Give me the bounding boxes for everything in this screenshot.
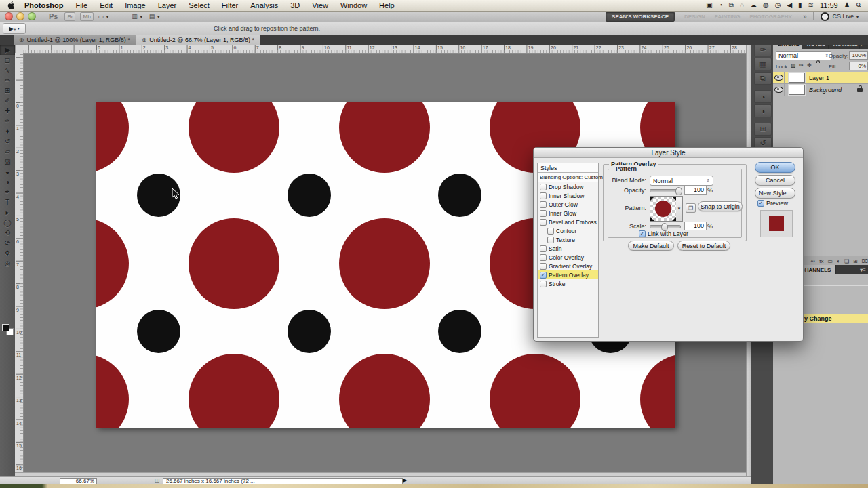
3d-orbit-tool[interactable]: ⟳ [0, 238, 15, 248]
blending-options-row[interactable]: Blending Options: Custom [538, 173, 598, 182]
cancel-button[interactable]: Cancel [755, 175, 795, 186]
lock-paint-icon[interactable]: ✑ [799, 62, 804, 68]
displays-icon[interactable]: ⧉ [729, 2, 734, 9]
style-item-contour[interactable]: Contour [538, 226, 598, 235]
lock-transparency-icon[interactable]: ▨ [791, 62, 796, 68]
screen-mode-icon[interactable]: ▤ [149, 13, 155, 20]
style-item-bevel-and-emboss[interactable]: Bevel and Emboss [538, 218, 598, 226]
adjustments-icon[interactable]: ◑ [754, 104, 772, 117]
move-tool[interactable]: ▶ [0, 45, 15, 55]
clock-icon[interactable]: ◷ [775, 2, 781, 9]
menu-view[interactable]: View [306, 1, 334, 9]
reset-to-default-button[interactable]: Reset to Default [677, 241, 730, 251]
pen-tool[interactable]: ✒ [0, 187, 15, 197]
workspace-button-photography[interactable]: PHOTOGRAPHY [749, 14, 792, 20]
globe-icon[interactable]: ◍ [763, 2, 769, 9]
volume-icon[interactable]: ◀ [787, 2, 792, 9]
link-with-layer-checkbox[interactable]: ✓ Link with Layer [639, 230, 688, 237]
style-item-inner-glow[interactable]: Inner Glow [538, 209, 598, 218]
checkbox-icon[interactable]: ✓ [540, 272, 547, 279]
quick-selection-tool[interactable]: ✏ [0, 75, 15, 85]
checkbox-icon[interactable] [540, 245, 547, 252]
layer-row-layer-1[interactable]: Layer 1 [773, 72, 868, 84]
blur-tool[interactable]: ◒ [0, 167, 15, 177]
checkbox-icon[interactable] [540, 219, 547, 226]
menu-layer[interactable]: Layer [152, 1, 183, 9]
dodge-tool[interactable]: ◑ [0, 177, 15, 187]
crop-tool[interactable]: ⊞ [0, 85, 15, 96]
clone-stamp-tool[interactable]: ♦ [0, 126, 15, 136]
zoom-window-button[interactable] [28, 12, 36, 20]
checkbox-icon[interactable] [540, 210, 547, 217]
menu-clock[interactable]: 11:59 [820, 1, 838, 9]
display-camera-icon[interactable]: ▣ [706, 2, 712, 9]
dropbox-cloud-icon[interactable]: ☁ [750, 2, 757, 9]
opacity-slider-knob[interactable] [675, 187, 682, 195]
arrange-documents-icon[interactable]: ▥ [132, 13, 138, 20]
dialog-opacity-field[interactable]: 100 [684, 186, 707, 195]
pattern-thumbnail[interactable] [650, 196, 677, 222]
launch-bridge-button[interactable]: Br [64, 12, 75, 21]
arrange-documents-dropdown-icon[interactable]: ▾ [140, 14, 142, 19]
workspace-button-design[interactable]: DESIGN [684, 14, 705, 20]
menu-edit[interactable]: Edit [94, 1, 119, 9]
make-default-button[interactable]: Make Default [628, 241, 674, 251]
menu-window[interactable]: Window [334, 1, 373, 9]
workspace-button-painting[interactable]: PAINTING [715, 14, 741, 20]
style-item-pattern-overlay[interactable]: ✓Pattern Overlay [538, 270, 598, 279]
style-item-drop-shadow[interactable]: Drop Shadow [538, 182, 598, 191]
brush-presets-icon[interactable]: ✑ [754, 43, 772, 56]
menu-help[interactable]: Help [373, 1, 401, 9]
shape-tool[interactable]: ◯ [0, 218, 15, 228]
type-tool[interactable]: T [0, 197, 15, 207]
layer-thumbnail[interactable] [789, 85, 805, 95]
scale-field[interactable]: 100 [684, 222, 707, 230]
menu-photoshop[interactable]: Photoshop [18, 1, 69, 9]
snap-to-origin-button[interactable]: Snap to Origin [698, 201, 743, 211]
screen-mode-dropdown-icon[interactable]: ▾ [157, 14, 159, 19]
user-icon[interactable]: ♟ [844, 2, 850, 9]
style-item-satin[interactable]: Satin [538, 244, 598, 253]
history-brush-tool[interactable]: ↺ [0, 136, 15, 146]
document-tab[interactable]: ⊗Untitled-2 @ 66.7% (Layer 1, RGB/8) * [136, 35, 260, 45]
eyedropper-tool[interactable]: ✐ [0, 96, 15, 106]
style-item-outer-glow[interactable]: Outer Glow [538, 200, 598, 209]
3d-rotate-tool[interactable]: ⟲ [0, 228, 15, 238]
ok-button[interactable]: OK [755, 162, 795, 173]
fill-field[interactable]: 0% [849, 62, 868, 70]
brush-tool[interactable]: ✑ [0, 116, 15, 126]
visibility-toggle[interactable] [773, 84, 785, 96]
status-expand-arrow[interactable]: ▶ [403, 477, 407, 483]
layer-name[interactable]: Layer 1 [809, 75, 829, 81]
cs-live-button[interactable]: CS Live ▾ [813, 12, 859, 20]
move-tool-preset-button[interactable]: ▶₊ ▾ [3, 23, 26, 34]
new-style-button[interactable]: New Style... [755, 188, 795, 199]
dialog-blend-mode-select[interactable]: Normal ⇕ [650, 176, 713, 186]
scale-slider[interactable] [650, 225, 681, 228]
menu-file[interactable]: File [69, 1, 94, 9]
layer-mask-icon[interactable]: ▭ [828, 258, 833, 264]
tab-close-icon[interactable]: ⊗ [142, 37, 147, 43]
delete-layer-icon[interactable]: ⌧ [862, 258, 868, 264]
menu-filter[interactable]: Filter [216, 1, 244, 9]
checkbox-icon[interactable] [540, 263, 547, 270]
close-window-button[interactable] [5, 12, 13, 20]
menu-image[interactable]: Image [119, 1, 152, 9]
menu-analysis[interactable]: Analysis [244, 1, 284, 9]
opacity-field[interactable]: 100% [849, 51, 868, 60]
style-item-inner-shadow[interactable]: Inner Shadow [538, 191, 598, 200]
preview-checkbox[interactable]: ✓ Preview [757, 200, 788, 207]
adjustment-layer-icon[interactable]: ◐ [837, 258, 840, 264]
battery-icon[interactable]: ▮ [798, 2, 802, 9]
dialog-title-bar[interactable]: Layer Style [534, 148, 803, 158]
checkbox-icon[interactable] [540, 192, 547, 199]
layer-name[interactable]: Background [809, 87, 842, 94]
apple-menu-icon[interactable] [7, 1, 16, 10]
checkbox-icon[interactable] [540, 184, 547, 190]
layer-thumbnail[interactable] [789, 73, 805, 83]
zoom-tool[interactable]: ◎ [0, 258, 15, 268]
sync-icon[interactable]: ◌ [740, 2, 744, 9]
layer-comps-icon[interactable]: ⧉ [754, 72, 772, 85]
grid-panel-icon[interactable]: ⊞ [754, 123, 772, 136]
document-tab[interactable]: ⊗Untitled-1 @ 100% (Layer 1, RGB/8) * [14, 35, 136, 45]
